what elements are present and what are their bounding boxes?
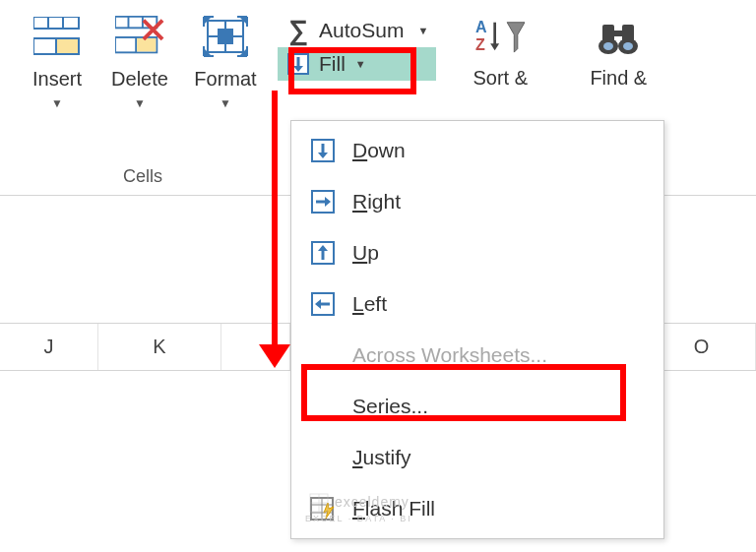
spacer — [309, 341, 337, 369]
dropdown-indicator: ▼ — [220, 96, 231, 110]
find-label: Find & — [590, 67, 647, 90]
menu-item-right[interactable]: Right — [291, 176, 663, 227]
autosum-button[interactable]: ∑ AutoSum ▼ — [278, 14, 436, 47]
svg-rect-11 — [137, 38, 156, 51]
arrow-up-icon — [309, 239, 337, 267]
cells-group-label: Cells — [18, 166, 268, 187]
dropdown-indicator: ▼ — [134, 96, 146, 110]
menu-label: Down — [352, 139, 406, 162]
menu-label: Right — [352, 190, 401, 214]
annotation-arrow-head — [259, 344, 290, 368]
autosum-label: AutoSum — [319, 19, 404, 42]
format-label: Format — [194, 67, 256, 91]
column-header-k[interactable]: K — [98, 324, 221, 370]
menu-item-justify[interactable]: Justify — [291, 432, 663, 483]
sort-filter-button[interactable]: A Z Sort & — [456, 14, 544, 90]
insert-cells-icon — [32, 14, 82, 59]
sort-filter-icon: A Z — [475, 14, 525, 59]
dropdown-indicator: ▼ — [51, 96, 63, 110]
menu-label: Series... — [352, 395, 428, 418]
svg-point-43 — [623, 42, 633, 50]
arrow-right-icon — [309, 188, 337, 215]
menu-label: Across Worksheets... — [352, 343, 547, 367]
sort-find-group: A Z Sort & — [456, 0, 662, 90]
svg-text:A: A — [475, 18, 487, 35]
sort-label: Sort & — [472, 67, 528, 90]
dropdown-indicator: ▼ — [355, 58, 366, 70]
fill-down-icon — [285, 51, 311, 77]
insert-button[interactable]: Insert ▼ — [18, 14, 96, 110]
menu-label: Justify — [352, 446, 411, 469]
column-header-j[interactable]: J — [0, 324, 98, 370]
find-select-button[interactable]: Find & — [574, 14, 662, 90]
format-cells-icon — [201, 14, 250, 59]
menu-item-series[interactable]: Series... — [291, 381, 663, 432]
menu-item-down[interactable]: Down — [291, 125, 663, 176]
cells-group: Insert ▼ Delete ▼ — [18, 0, 268, 197]
svg-rect-41 — [612, 31, 624, 36]
menu-item-left[interactable]: Left — [291, 278, 663, 330]
svg-rect-5 — [57, 39, 78, 53]
insert-label: Insert — [32, 67, 82, 91]
fill-menu: Down Right Up Left Across Worksheets... … — [290, 120, 664, 539]
format-button[interactable]: Format ▼ — [183, 14, 268, 110]
menu-item-across: Across Worksheets... — [291, 330, 663, 381]
svg-rect-0 — [33, 17, 79, 29]
dropdown-indicator: ▼ — [417, 25, 428, 36]
spacer — [309, 444, 337, 471]
svg-point-42 — [603, 42, 613, 50]
spacer — [309, 393, 337, 420]
watermark-sub: EXCEL · DATA · BI — [305, 514, 412, 523]
delete-label: Delete — [111, 67, 168, 91]
arrow-left-icon — [309, 290, 337, 318]
watermark: exceldemy EXCEL · DATA · BI — [305, 492, 412, 523]
fill-label: Fill — [319, 52, 346, 76]
fill-button[interactable]: Fill ▼ — [278, 47, 436, 81]
sigma-icon: ∑ — [285, 18, 311, 43]
svg-rect-17 — [218, 29, 233, 44]
menu-label: Left — [352, 292, 387, 316]
editing-column: ∑ AutoSum ▼ Fill ▼ — [278, 0, 436, 81]
delete-cells-icon — [115, 14, 164, 59]
menu-label: Up — [352, 241, 379, 265]
delete-button[interactable]: Delete ▼ — [100, 14, 179, 110]
binoculars-icon — [594, 14, 643, 59]
watermark-text: exceldemy — [335, 494, 410, 510]
menu-item-up[interactable]: Up — [291, 227, 663, 278]
svg-marker-36 — [490, 43, 499, 50]
svg-text:Z: Z — [475, 35, 485, 53]
annotation-arrow-line — [272, 91, 278, 352]
arrow-down-icon — [309, 137, 337, 164]
